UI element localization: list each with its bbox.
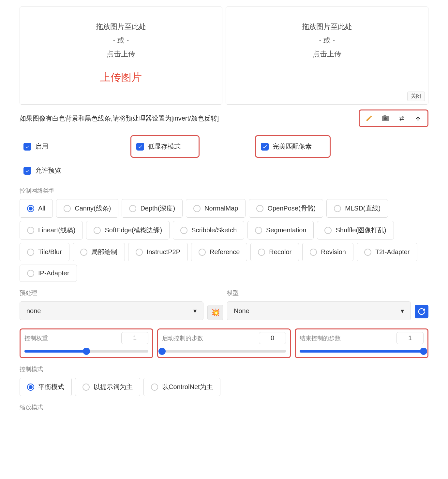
control-type-option[interactable]: Tile/Blur — [20, 243, 69, 261]
checkbox-allow-preview[interactable]: 允许预览 — [20, 164, 65, 177]
control-mode-option[interactable]: 以提示词为主 — [75, 378, 140, 396]
slider-end-label: 结束控制的步数 — [300, 334, 341, 342]
radio-icon — [94, 227, 101, 234]
radio-label: InstructP2P — [147, 248, 180, 256]
control-type-option[interactable]: IP-Adapter — [20, 265, 77, 282]
slider-start: 启动控制的步数 0 — [157, 328, 291, 358]
slider-start-track[interactable] — [162, 350, 286, 353]
checkbox-label: 启用 — [35, 142, 48, 151]
slider-end-track[interactable] — [300, 350, 424, 353]
control-type-option[interactable]: Reference — [191, 243, 247, 261]
checkbox-icon — [23, 143, 31, 151]
upload-or-text: - 或 - — [26, 34, 216, 47]
radio-icon — [180, 227, 187, 234]
radio-icon — [199, 249, 206, 256]
control-type-option[interactable]: T2I-Adapter — [357, 243, 417, 261]
radio-icon — [27, 227, 34, 234]
radio-icon — [364, 249, 371, 256]
refresh-button[interactable] — [415, 305, 428, 318]
control-type-option[interactable]: SoftEdge(模糊边缘) — [86, 221, 170, 240]
radio-icon — [129, 205, 136, 212]
control-type-option[interactable]: Shuffle(图像打乱) — [317, 221, 394, 240]
slider-weight-value[interactable]: 1 — [121, 332, 148, 344]
radio-icon — [80, 249, 87, 256]
control-type-option[interactable]: Lineart(线稿) — [20, 221, 83, 240]
upload-click-text: 点击上传 — [26, 47, 216, 61]
radio-label: IP-Adapter — [38, 269, 69, 277]
radio-icon — [255, 227, 262, 234]
radio-icon — [27, 270, 34, 277]
checkbox-low-vram[interactable]: 低显存模式 — [130, 135, 200, 158]
tool-group — [359, 109, 428, 127]
control-type-option[interactable]: Recolor — [250, 243, 299, 261]
control-type-label: 控制网络类型 — [20, 187, 428, 195]
radio-icon — [82, 384, 90, 391]
control-mode-grid: 平衡模式以提示词为主以ControlNet为主 — [20, 378, 428, 396]
explode-button[interactable]: 💥 — [207, 305, 223, 320]
slider-weight-label: 控制权重 — [24, 334, 48, 342]
slider-end: 结束控制的步数 1 — [295, 328, 428, 358]
radio-label: Shuffle(图像打乱) — [336, 226, 386, 235]
control-mode-option[interactable]: 以ControlNet为主 — [143, 378, 220, 396]
control-type-option[interactable]: Depth(深度) — [122, 199, 183, 218]
radio-icon — [334, 205, 341, 212]
preprocessor-value: none — [26, 307, 41, 315]
radio-label: Tile/Blur — [38, 248, 62, 256]
radio-label: 平衡模式 — [38, 383, 64, 391]
control-type-option[interactable]: Scribble/Sketch — [173, 221, 244, 240]
radio-label: Segmentation — [266, 226, 306, 234]
radio-label: Recolor — [269, 248, 291, 256]
upload-drag-text: 拖放图片至此处 — [26, 20, 216, 34]
control-mode-option[interactable]: 平衡模式 — [20, 378, 72, 396]
control-type-option[interactable]: Segmentation — [247, 221, 314, 240]
slider-end-value[interactable]: 1 — [396, 332, 424, 344]
chevron-down-icon: ▾ — [401, 307, 404, 315]
radio-label: All — [38, 205, 45, 212]
control-type-option[interactable]: 局部绘制 — [73, 243, 125, 261]
control-type-option[interactable]: Revision — [302, 243, 353, 261]
radio-label: 以ControlNet为主 — [162, 383, 213, 391]
close-button[interactable]: 关闭 — [407, 92, 425, 101]
checkbox-icon — [136, 143, 144, 151]
model-label: 模型 — [227, 289, 411, 297]
radio-label: 以提示词为主 — [94, 383, 133, 391]
radio-icon — [27, 205, 34, 212]
control-type-grid: AllCanny(线条)Depth(深度)NormalMapOpenPose(骨… — [20, 199, 428, 282]
camera-icon[interactable] — [377, 112, 394, 125]
control-type-option[interactable]: All — [20, 199, 53, 218]
radio-icon — [324, 227, 332, 234]
slider-start-label: 启动控制的步数 — [162, 334, 203, 342]
radio-label: 局部绘制 — [91, 248, 117, 256]
radio-label: Reference — [210, 248, 240, 256]
upload-caption: 上传图片 — [26, 70, 216, 85]
checkbox-enable[interactable]: 启用 — [20, 135, 52, 158]
preprocessor-label: 预处理 — [20, 289, 203, 297]
preprocessor-select[interactable]: none ▾ — [20, 301, 203, 320]
radio-icon — [256, 205, 263, 212]
checkbox-pixel-perfect[interactable]: 完美匹配像素 — [255, 135, 331, 158]
pencil-icon[interactable] — [361, 112, 377, 125]
model-select[interactable]: None ▾ — [227, 301, 411, 320]
radio-label: Depth(深度) — [140, 204, 175, 213]
model-value: None — [234, 307, 249, 315]
radio-icon — [136, 249, 143, 256]
control-type-option[interactable]: OpenPose(骨骼) — [249, 199, 323, 218]
radio-label: SoftEdge(模糊边缘) — [105, 226, 162, 235]
radio-label: Canny(线条) — [75, 204, 111, 213]
slider-start-value[interactable]: 0 — [259, 332, 286, 344]
upload-box-right[interactable]: 拖放图片至此处 - 或 - 点击上传 关闭 — [226, 7, 428, 105]
control-type-option[interactable]: InstructP2P — [128, 243, 188, 261]
resize-mode-label: 缩放模式 — [20, 403, 428, 411]
control-type-option[interactable]: NormalMap — [186, 199, 246, 218]
upload-arrow-icon[interactable] — [410, 112, 426, 125]
control-type-option[interactable]: Canny(线条) — [56, 199, 118, 218]
slider-weight-track[interactable] — [24, 350, 148, 353]
info-text: 如果图像有白色背景和黑色线条,请将预处理器设置为[invert/颜色反转] — [20, 114, 219, 123]
upload-box-left[interactable]: 拖放图片至此处 - 或 - 点击上传 上传图片 — [20, 7, 222, 105]
radio-label: Scribble/Sketch — [191, 226, 237, 234]
radio-icon — [193, 205, 201, 212]
radio-icon — [27, 249, 34, 256]
control-type-option[interactable]: MLSD(直线) — [326, 199, 388, 218]
swap-icon[interactable] — [394, 112, 410, 125]
radio-icon — [27, 384, 34, 391]
